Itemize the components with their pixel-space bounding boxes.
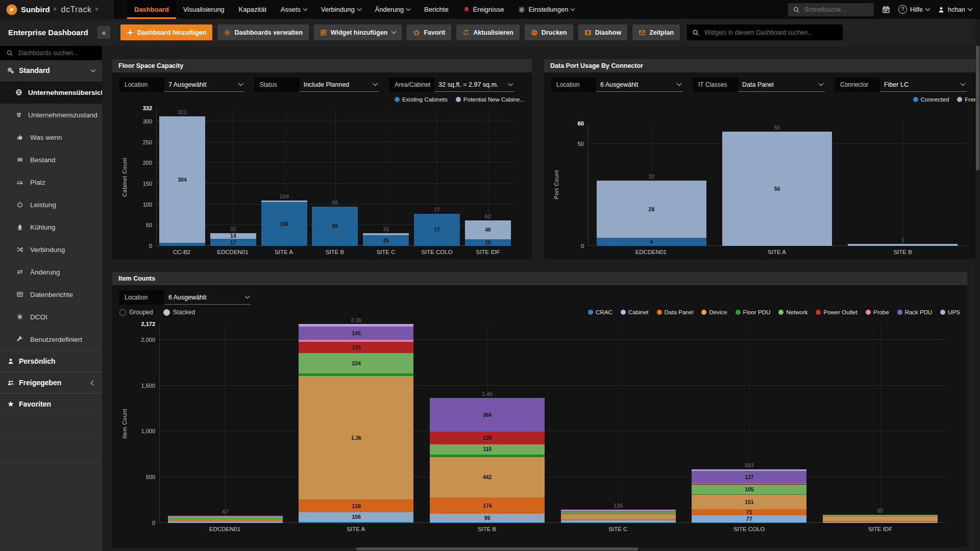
bar-segment-crac[interactable]: [299, 522, 413, 523]
sidebar-search[interactable]: [0, 46, 102, 60]
bar-segment-existing-cabinets[interactable]: 77: [414, 214, 460, 246]
bar-segment-existing-cabinets[interactable]: 16: [465, 239, 511, 246]
sidebar-section-freigegeben[interactable]: Freigegeben: [0, 372, 102, 393]
bar-segment-network[interactable]: 224: [299, 353, 413, 373]
sidebar-item-unternehmenszustand[interactable]: Unternehmenszustand: [0, 104, 102, 126]
bar-segment-connected[interactable]: 4: [597, 238, 706, 246]
legend-item-crac[interactable]: CRAC: [588, 309, 612, 315]
area-cabinet-dropdown[interactable]: 32 sq.ft. = 2.97 sq.m.: [434, 78, 514, 92]
bar-site-idf[interactable]: 85: [823, 515, 938, 523]
drucken-button[interactable]: Drucken: [525, 24, 573, 40]
diashow-button[interactable]: Diashow: [578, 24, 627, 40]
bar-segment-crac[interactable]: [692, 522, 806, 523]
help-menu[interactable]: ? Hilfe: [898, 5, 929, 14]
widget-search[interactable]: [687, 24, 843, 40]
bar-segment-rack-pdu[interactable]: 366: [430, 398, 545, 432]
sidebar-item-was-wenn[interactable]: Was wenn: [0, 126, 102, 148]
nav-item-ereignisse[interactable]: Ereignisse: [456, 0, 511, 19]
vertical-scrollbar[interactable]: [975, 19, 980, 551]
sidebar-item-leistung[interactable]: Leistung: [0, 193, 102, 216]
bar-segment-data-panel[interactable]: 138: [299, 499, 413, 512]
legend-item-device[interactable]: Device: [701, 309, 727, 315]
sidebar-item-nderung[interactable]: Änderung: [0, 261, 102, 283]
calendar-icon[interactable]: [882, 6, 890, 14]
bar-segment-potential-new-cabinets[interactable]: 304: [159, 116, 205, 242]
bar-site-c[interactable]: 2631: [363, 233, 409, 246]
dashboards-verwalten-button[interactable]: Dashboards verwalten: [217, 24, 308, 40]
radio-button[interactable]: [119, 309, 126, 316]
bar-segment-free[interactable]: [848, 244, 958, 246]
bar-segment-cabinet[interactable]: 77: [692, 515, 806, 522]
bar-site-a[interactable]: 1061381.3k2241251452.1k: [299, 324, 413, 523]
it-classes-dropdown[interactable]: Data Panel: [738, 78, 825, 92]
bar-site-b[interactable]: 1: [848, 244, 958, 246]
nav-item-einstellungen[interactable]: Einstellungen: [511, 0, 581, 19]
bar-segment-crac[interactable]: [561, 522, 676, 523]
legend-item-rack-pdu[interactable]: Rack PDU: [897, 309, 933, 315]
radio-grouped[interactable]: Grouped: [119, 309, 153, 316]
bar-segment-existing-cabinets[interactable]: 95: [312, 207, 358, 246]
sidebar-item-datenberichte[interactable]: Datenberichte: [0, 283, 102, 306]
bar-site-b[interactable]: 951744421101393661.4k: [430, 398, 545, 523]
bar-segment-existing-cabinets[interactable]: [159, 243, 205, 246]
bar-segment-device[interactable]: [561, 514, 676, 519]
bar-segment-device[interactable]: [823, 516, 938, 521]
bar-segment-device[interactable]: 442: [430, 457, 545, 497]
legend-item-network[interactable]: Network: [778, 309, 807, 315]
sidebar-collapse-button[interactable]: «: [97, 26, 110, 39]
widget-search-input[interactable]: [703, 29, 838, 37]
sidebar-section-favoriten[interactable]: Favoriten: [0, 393, 102, 415]
sidebar-item-dcoi[interactable]: DCOI: [0, 306, 102, 328]
bar-segment-cabinet[interactable]: [168, 521, 283, 523]
sidebar-search-input[interactable]: [17, 49, 96, 57]
connector-dropdown[interactable]: Fiber LC: [880, 78, 967, 92]
horizontal-scrollbar-thumb[interactable]: [356, 547, 638, 550]
bar-segment-potential-new-cabinets[interactable]: 14: [210, 233, 256, 239]
bar-segment-existing-cabinets[interactable]: 26: [363, 235, 409, 246]
legend-item-connected[interactable]: Connected: [913, 96, 949, 103]
bar-segment-power-outlet[interactable]: 125: [299, 342, 413, 353]
aktualisieren-button[interactable]: Aktualisieren: [456, 24, 520, 40]
radio-button[interactable]: [163, 309, 170, 316]
legend-item-potential-new-cabine[interactable]: Potential New Cabine...: [456, 96, 525, 103]
zeitplan-button[interactable]: Zeitplan: [632, 24, 680, 40]
bar-cc-b2[interactable]: 304312: [159, 116, 205, 246]
radio-stacked[interactable]: Stacked: [163, 309, 195, 316]
widget-hinzuf-gen-button[interactable]: Widget hinzufügen: [314, 24, 402, 40]
legend-item-cabinet[interactable]: Cabinet: [621, 309, 649, 315]
sidebar-section-pers-nlich[interactable]: Persönlich: [0, 350, 102, 372]
nav-item-verbindung[interactable]: Verbindung: [314, 0, 368, 19]
bar-segment-free[interactable]: 56: [722, 132, 832, 246]
sidebar-item-k-hlung[interactable]: Kühlung: [0, 216, 102, 238]
sidebar-item-platz[interactable]: Platz: [0, 171, 102, 193]
bar-site-b[interactable]: 9595: [312, 207, 358, 246]
legend-item-ups[interactable]: UPS: [940, 309, 960, 315]
sidebar-section-standard[interactable]: Standard: [0, 60, 102, 81]
nav-item-nderung[interactable]: Änderung: [368, 0, 417, 19]
bar-site-a[interactable]: 5656: [722, 132, 832, 246]
bar-site-c[interactable]: 135: [561, 510, 676, 523]
nav-item-berichte[interactable]: Berichte: [417, 0, 456, 19]
legend-item-power-outlet[interactable]: Power Outlet: [816, 309, 857, 315]
dashboard-hinzuf-gen-button[interactable]: Dashboard hinzufügen: [120, 24, 212, 40]
bar-segment-data-panel[interactable]: 174: [430, 497, 545, 513]
bar-segment-data-panel[interactable]: 71: [692, 509, 806, 516]
location-dropdown[interactable]: 7 Ausgewählt: [164, 78, 244, 92]
nav-item-assets[interactable]: Assets: [274, 0, 314, 19]
legend-item-data-panel[interactable]: Data Panel: [657, 309, 694, 315]
bar-edcden01[interactable]: 67: [168, 516, 283, 523]
bar-segment-potential-new-cabinets[interactable]: 46: [465, 220, 511, 239]
legend-item-free[interactable]: Free: [957, 96, 977, 103]
bar-segment-cabinet[interactable]: 106: [299, 512, 413, 522]
bar-segment-network[interactable]: 110: [430, 444, 545, 455]
vertical-scrollbar-thumb[interactable]: [976, 45, 979, 170]
bar-segment-network[interactable]: 105: [692, 485, 806, 494]
status-dropdown[interactable]: Include Planned: [300, 78, 380, 92]
quick-search[interactable]: [788, 3, 874, 16]
bar-site-idf[interactable]: 164662: [465, 220, 511, 246]
legend-item-existing-cabinets[interactable]: Existing Cabinets: [395, 96, 448, 103]
bar-segment-device[interactable]: 151: [692, 495, 806, 509]
sidebar-item-benutzerdefiniert[interactable]: Benutzerdefiniert: [0, 328, 102, 350]
bar-segment-cabinet[interactable]: [823, 522, 938, 523]
sidebar-item-unternehmens-bersicht[interactable]: Unternehmensübersicht: [0, 81, 102, 104]
